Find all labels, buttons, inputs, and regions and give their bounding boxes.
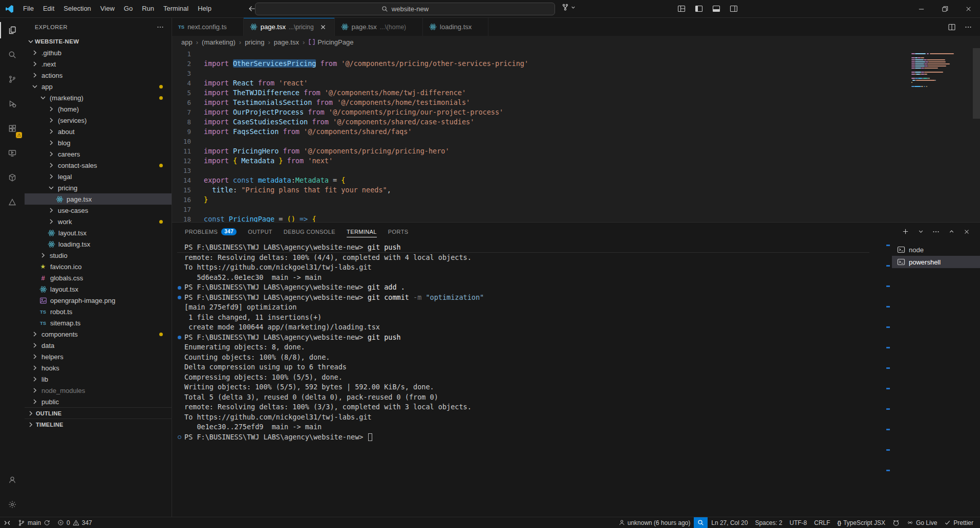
editor-tab-loading.tsx[interactable]: loading.tsx [423,18,488,36]
tree-item-globals.css[interactable]: #globals.css [25,272,172,283]
search-icon[interactable] [0,42,25,67]
toggle-secondary-sidebar-icon[interactable] [726,3,741,15]
tree-item-.github[interactable]: .github [25,47,172,58]
tree-item-about[interactable]: about [25,126,172,137]
tree-item-public[interactable]: public [25,396,172,407]
go-live-item[interactable]: Go Live [903,517,941,528]
tree-item-lib[interactable]: lib [25,373,172,385]
run-debug-icon[interactable] [0,92,25,116]
remote-indicator[interactable] [0,517,14,528]
editor-more-actions-icon[interactable] [961,21,976,33]
panel-tab-problems[interactable]: PROBLEMS347 [179,223,242,240]
tree-item-page.tsx[interactable]: page.tsx [25,193,172,205]
menu-edit[interactable]: Edit [38,3,59,15]
tree-item-sitemap.ts[interactable]: TSsitemap.ts [25,317,172,328]
language-mode-item[interactable]: {} TypeScript JSX [834,517,889,528]
cursor-position-item[interactable]: Ln 27, Col 20 [708,517,751,528]
tree-item-contact-sales[interactable]: contact-sales [25,160,172,171]
close-tab-icon[interactable] [318,22,328,32]
more-actions-icon[interactable] [156,23,164,31]
tree-item-data[interactable]: data [25,340,172,351]
project-root-folder[interactable]: WEBSITE-NEW [25,36,172,47]
sidebar-section-outline[interactable]: OUTLINE [25,407,172,419]
tree-item-helpers[interactable]: helpers [25,351,172,362]
customize-layout-icon[interactable] [674,3,689,15]
extensions-icon[interactable]: ⚠ [0,116,25,141]
tree-item--marketing-[interactable]: (marketing) [25,92,172,103]
command-decoration-dot[interactable] [178,336,181,339]
eol-item[interactable]: CRLF [811,517,834,528]
new-terminal-icon[interactable] [899,226,911,238]
editor-tab-next.config.ts[interactable]: TSnext.config.ts [172,18,244,36]
zoom-indicator[interactable] [694,517,708,528]
tree-item-use-cases[interactable]: use-cases [25,205,172,216]
menu-help[interactable]: Help [193,3,216,15]
panel-tab-ports[interactable]: PORTS [382,223,414,240]
menu-file[interactable]: File [18,3,38,15]
menu-run[interactable]: Run [137,3,159,15]
menu-go[interactable]: Go [119,3,137,15]
prettier-item[interactable]: Prettier [941,517,977,528]
toggle-panel-icon[interactable] [709,3,724,15]
encoding-item[interactable]: UTF-8 [786,517,811,528]
package-icon[interactable] [0,165,25,190]
command-decoration-dot[interactable] [178,296,181,299]
terminal-viewport[interactable]: PS F:\BUSINESS\TWJ LABS\agency\website-n… [172,240,885,517]
terminal-profile-dropdown-icon[interactable] [914,226,927,238]
indentation-item[interactable]: Spaces: 2 [752,517,786,528]
maximize-panel-icon[interactable] [945,226,957,238]
terminal-session-powershell[interactable]: powershell [892,256,980,268]
panel-tab-terminal[interactable]: TERMINAL [341,223,382,240]
tree-item-actions[interactable]: actions [25,70,172,81]
problems-item[interactable]: 0 347 [54,517,96,528]
tree-item-layout.tsx[interactable]: layout.tsx [25,227,172,238]
tree-item--home-[interactable]: (home) [25,103,172,115]
tree-item-app[interactable]: app [25,81,172,92]
panel-tab-output[interactable]: OUTPUT [242,223,278,240]
tree-item-pricing[interactable]: pricing [25,182,172,193]
tree-item-work[interactable]: work [25,216,172,227]
menu-selection[interactable]: Selection [59,3,95,15]
editor-tab-page.tsx[interactable]: page.tsx...\pricing [244,18,335,36]
tree-item-favicon.ico[interactable]: ★favicon.ico [25,261,172,272]
command-decoration-dot[interactable] [178,286,181,290]
tree-item-.next[interactable]: .next [25,58,172,70]
sidebar-section-timeline[interactable]: TIMELINE [25,419,172,430]
menu-view[interactable]: View [96,3,119,15]
command-center-search[interactable]: website-new [255,3,555,15]
tree-item-opengraph-image.png[interactable]: opengraph-image.png [25,295,172,306]
triangle-icon[interactable] [0,190,25,214]
tree-item-robot.ts[interactable]: TSrobot.ts [25,306,172,317]
git-branch-item[interactable]: main [14,517,54,528]
tree-item-components[interactable]: components [25,328,172,340]
monitor-icon[interactable] [0,141,25,165]
git-blame-item[interactable]: unknown (6 hours ago) [615,517,694,528]
breadcrumb-item[interactable]: (marketing) [202,38,236,46]
toggle-sidebar-icon[interactable] [691,3,707,15]
panel-tab-debug-console[interactable]: DEBUG CONSOLE [278,223,341,240]
tree-item-layout.tsx[interactable]: layout.tsx [25,283,172,295]
breadcrumb-item[interactable]: pricing [245,38,264,46]
prompt-decoration-circle[interactable] [178,435,181,439]
tree-item-loading.tsx[interactable]: loading.tsx [25,238,172,250]
tree-item-careers[interactable]: careers [25,148,172,160]
restore-button[interactable] [933,0,956,18]
editor-tab-page.tsx[interactable]: page.tsx...\(home) [335,18,423,36]
github-item[interactable] [889,517,903,528]
tree-item-legal[interactable]: legal [25,171,172,182]
tree-item-studio[interactable]: studio [25,250,172,261]
menu-terminal[interactable]: Terminal [159,3,193,15]
session-fork-menu[interactable] [561,3,576,11]
tree-item-node-modules[interactable]: node_modules [25,385,172,396]
tree-item--services-[interactable]: (services) [25,115,172,126]
account-icon[interactable] [0,468,25,492]
panel-more-actions-icon[interactable] [930,226,942,238]
split-editor-icon[interactable] [944,21,960,33]
terminal-session-node[interactable]: node [892,244,980,256]
terminal-scrollbar[interactable] [885,240,892,517]
breadcrumb-item[interactable]: PricingPage [308,38,353,46]
source-control-icon[interactable] [0,67,25,92]
close-window-button[interactable] [956,0,980,18]
tree-item-blog[interactable]: blog [25,137,172,148]
code-editor[interactable]: 12import OtherServicesPricing from '@/co… [172,48,980,222]
